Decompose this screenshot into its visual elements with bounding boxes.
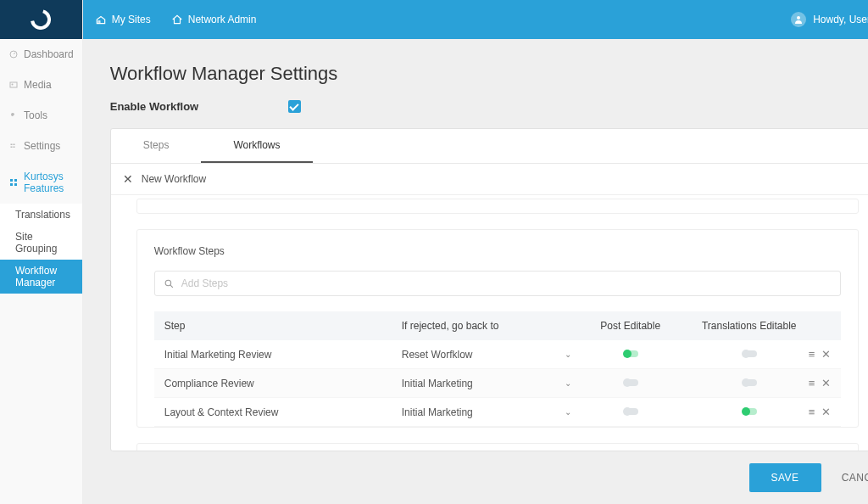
home-icon (171, 14, 183, 25)
table-row: Compliance Review Initial Marketing ⌄ ≡ … (154, 369, 842, 398)
cell-reject-dropdown[interactable]: Initial Marketing ⌄ (402, 406, 571, 418)
cell-post-editable (571, 349, 690, 361)
delete-row-icon[interactable]: ✕ (821, 348, 831, 361)
svg-rect-10 (10, 183, 13, 186)
topbar-label: Network Admin (188, 14, 257, 25)
sidebar-item-tools[interactable]: Tools (0, 100, 82, 131)
translations-editable-toggle[interactable] (742, 407, 757, 416)
apply-workflow-card: Apply Workflow (136, 443, 860, 451)
svg-point-12 (797, 16, 800, 20)
table-header: Step If rejected, go back to Post Editab… (154, 311, 842, 340)
avatar-icon (791, 12, 806, 27)
main: My Sites Network Admin Howdy, User Name … (83, 0, 868, 504)
cell-step: Compliance Review (164, 378, 402, 389)
svg-rect-7 (14, 147, 15, 148)
cell-translations-editable (690, 378, 809, 389)
settings-panel: Steps Workflows ✕ New Workflow Workflow … (110, 128, 868, 451)
cell-reject-dropdown[interactable]: Initial Marketing ⌄ (402, 378, 571, 389)
enable-workflow-label: Enable Workflow (110, 100, 288, 113)
dashboard-icon (8, 49, 19, 59)
sidebar-label: Kurtosys Features (24, 171, 74, 194)
media-icon (8, 80, 19, 90)
save-button[interactable]: SAVE (749, 463, 821, 492)
page-title: Workflow Manager Settings (110, 63, 868, 85)
name-field-placeholder[interactable] (136, 199, 860, 214)
delete-row-icon[interactable]: ✕ (821, 406, 831, 418)
add-steps-input[interactable] (181, 277, 832, 289)
table-row: Layout & Context Review Initial Marketin… (154, 398, 842, 427)
subnav-translations[interactable]: Translations (0, 204, 82, 226)
brand-logo (0, 0, 82, 39)
sidebar-item-settings[interactable]: Settings (0, 131, 82, 161)
enable-workflow-checkbox[interactable] (288, 100, 301, 113)
sidebar-label: Media (24, 79, 52, 91)
cell-step: Layout & Context Review (164, 406, 402, 418)
svg-rect-11 (14, 183, 17, 186)
post-editable-toggle[interactable] (623, 378, 638, 387)
tab-steps[interactable]: Steps (111, 129, 202, 163)
table-row: Initial Marketing Review Reset Worfklow … (154, 340, 842, 369)
footer: SAVE CANCEL (83, 451, 868, 504)
sidebar-nav: Dashboard Media Tools Settings Kurtosys … (0, 39, 82, 294)
cell-translations-editable (690, 406, 809, 418)
sidebar: Dashboard Media Tools Settings Kurtosys … (0, 0, 83, 504)
svg-rect-8 (10, 179, 13, 182)
th-post-editable: Post Editable (571, 320, 690, 332)
tab-workflows[interactable]: Workflows (201, 129, 312, 163)
cancel-button[interactable]: CANCEL (842, 472, 868, 484)
sidebar-item-dashboard[interactable]: Dashboard (0, 39, 82, 70)
svg-rect-5 (14, 144, 15, 146)
post-editable-toggle[interactable] (623, 407, 638, 416)
subheader-title: New Workflow (142, 173, 206, 185)
chevron-down-icon: ⌄ (565, 407, 571, 417)
drag-handle-icon[interactable]: ≡ (809, 406, 815, 418)
cell-post-editable (571, 378, 690, 389)
subnav-site-grouping[interactable]: Site Grouping (0, 226, 82, 260)
card-title: Workflow Steps (154, 245, 842, 257)
subnav-workflow-manager[interactable]: Workflow Manager (0, 260, 82, 294)
topbar-label: My Sites (112, 14, 151, 25)
reject-value: Reset Worfklow (402, 349, 473, 361)
translations-editable-toggle[interactable] (742, 350, 757, 358)
cell-step: Initial Marketing Review (164, 349, 402, 361)
workflow-steps-card: Workflow Steps Step If rejected, go back… (136, 229, 860, 428)
settings-icon (8, 141, 19, 151)
search-icon (164, 278, 175, 289)
drag-handle-icon[interactable]: ≡ (809, 377, 815, 389)
svg-line-14 (170, 285, 173, 288)
topbar-network-admin[interactable]: Network Admin (171, 14, 257, 25)
delete-row-icon[interactable]: ✕ (821, 377, 831, 389)
enable-workflow-row: Enable Workflow (110, 100, 868, 113)
drag-handle-icon[interactable]: ≡ (809, 348, 815, 361)
cell-reject-dropdown[interactable]: Reset Worfklow ⌄ (402, 349, 571, 361)
svg-rect-9 (14, 179, 17, 182)
reject-value: Initial Marketing (402, 406, 473, 418)
content: Workflow Manager Settings Enable Workflo… (83, 39, 868, 451)
cell-post-editable (571, 406, 690, 418)
svg-rect-6 (11, 147, 13, 148)
sidebar-label: Settings (24, 140, 60, 152)
tools-icon (8, 110, 19, 120)
sites-icon (95, 14, 107, 25)
topbar-my-sites[interactable]: My Sites (95, 14, 151, 25)
svg-point-0 (31, 9, 51, 30)
close-icon[interactable]: ✕ (123, 172, 133, 186)
post-editable-toggle[interactable] (623, 350, 638, 358)
th-step: Step (164, 320, 402, 332)
topbar-user[interactable]: Howdy, User Name (791, 12, 868, 27)
sidebar-label: Tools (24, 109, 47, 121)
sidebar-item-kurtosys[interactable]: Kurtosys Features (0, 161, 82, 204)
features-icon (8, 177, 19, 188)
svg-rect-4 (11, 144, 13, 146)
panel-body: Workflow Steps Step If rejected, go back… (111, 195, 868, 451)
add-steps-search[interactable] (154, 271, 842, 296)
th-translations-editable: Translations Editable (690, 320, 809, 332)
sidebar-item-media[interactable]: Media (0, 70, 82, 100)
chevron-down-icon: ⌄ (565, 350, 571, 359)
svg-rect-2 (10, 82, 17, 87)
sidebar-subnav: Translations Site Grouping Workflow Mana… (0, 204, 82, 294)
reject-value: Initial Marketing (402, 378, 473, 389)
translations-editable-toggle[interactable] (742, 378, 757, 387)
logo-icon (31, 9, 51, 30)
steps-table: Step If rejected, go back to Post Editab… (154, 311, 842, 427)
